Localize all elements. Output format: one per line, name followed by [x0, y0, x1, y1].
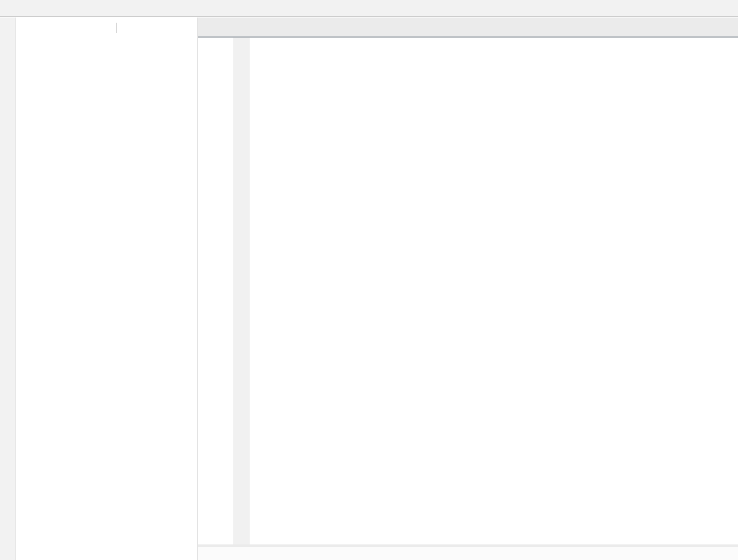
android-studio-window: [0, 0, 738, 560]
editor-tab-bar: [198, 18, 738, 38]
navigation-breadcrumb-bar: [0, 0, 738, 17]
project-panel-toolbar: [16, 18, 197, 38]
project-tool-window: [16, 18, 198, 560]
tool-window-strip: [0, 18, 16, 560]
code-editor[interactable]: [198, 38, 738, 544]
editor-area: [198, 18, 738, 560]
xml-breadcrumb-bar: [198, 544, 738, 560]
toolbar-divider: [116, 23, 117, 33]
fold-gutter: [233, 38, 249, 544]
